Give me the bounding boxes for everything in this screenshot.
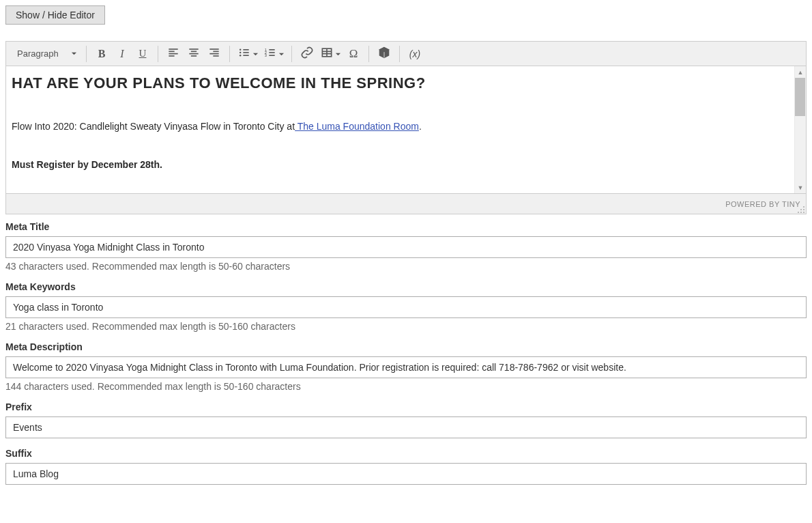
chevron-down-icon (335, 48, 341, 59)
scroll-thumb[interactable] (795, 78, 805, 116)
rich-text-editor: Paragraph B I U (5, 41, 807, 214)
svg-point-12 (239, 49, 241, 51)
align-right-button[interactable] (204, 44, 224, 63)
meta-description-hint: 144 characters used. Recommended max len… (5, 381, 807, 392)
content-body-prefix: Flow Into 2020: Candlelight Sweaty Vinya… (12, 121, 295, 132)
svg-point-34 (798, 212, 799, 213)
omega-icon: Ω (349, 47, 358, 61)
toolbar-separator (399, 46, 400, 62)
format-select[interactable]: Paragraph (13, 46, 81, 61)
toolbar-separator (158, 46, 158, 62)
numbered-list-icon: 123 (263, 46, 277, 61)
content-heading: HAT ARE YOUR PLANS TO WELCOME IN THE SPR… (12, 74, 788, 92)
svg-point-14 (239, 52, 241, 54)
svg-point-33 (800, 212, 802, 213)
meta-title-input[interactable] (5, 236, 807, 258)
align-left-icon (166, 46, 180, 61)
format-select-label: Paragraph (17, 48, 59, 59)
meta-description-input[interactable] (5, 356, 807, 378)
powered-by-label: POWERED BY TINY (725, 200, 800, 208)
bold-button[interactable]: B (91, 44, 112, 63)
prefix-input[interactable] (5, 416, 807, 438)
prefix-label: Prefix (5, 401, 807, 412)
content-link[interactable]: The Luma Foundation Room (295, 121, 419, 132)
scroll-up-arrow[interactable]: ▲ (795, 66, 807, 78)
variable-button[interactable]: (x) (405, 44, 425, 63)
bullet-list-button[interactable] (235, 44, 261, 63)
meta-title-label: Meta Title (5, 221, 807, 232)
meta-description-label: Meta Description (5, 341, 807, 352)
bold-icon: B (98, 48, 106, 60)
link-button[interactable] (297, 44, 317, 63)
toggle-editor-button[interactable]: Show / Hide Editor (5, 5, 105, 25)
table-icon (320, 46, 334, 61)
table-button[interactable] (317, 44, 343, 63)
editor-content-area[interactable]: HAT ARE YOUR PLANS TO WELCOME IN THE SPR… (6, 66, 806, 193)
cube-icon (377, 46, 391, 61)
italic-button[interactable]: I (112, 44, 132, 63)
underline-icon: U (139, 48, 147, 59)
svg-point-29 (803, 206, 804, 208)
suffix-label: Suffix (5, 448, 807, 459)
special-char-button[interactable]: Ω (343, 44, 364, 63)
svg-point-30 (803, 209, 804, 210)
toolbar-separator (229, 46, 230, 62)
suffix-input[interactable] (5, 463, 807, 485)
underline-button[interactable]: U (132, 44, 153, 63)
variable-icon: (x) (409, 48, 420, 59)
meta-title-hint: 43 characters used. Recommended max leng… (5, 261, 807, 272)
svg-point-16 (239, 55, 241, 57)
svg-point-31 (800, 209, 802, 210)
align-left-button[interactable] (163, 44, 184, 63)
toolbar-separator (86, 46, 87, 62)
content-body-suffix: . (419, 121, 422, 132)
content-bold-line: Must Register by December 28th. (12, 159, 788, 170)
widget-button[interactable] (374, 44, 394, 63)
chevron-down-icon (278, 48, 285, 59)
bullet-list-icon (237, 46, 251, 61)
meta-keywords-hint: 21 characters used. Recommended max leng… (5, 321, 807, 332)
toolbar-separator (291, 46, 292, 62)
scroll-down-arrow[interactable]: ▼ (795, 182, 807, 193)
meta-keywords-input[interactable] (5, 296, 807, 318)
align-center-icon (187, 46, 201, 61)
link-icon (300, 46, 314, 61)
toolbar-separator (368, 46, 369, 62)
editor-toolbar: Paragraph B I U (6, 42, 806, 66)
chevron-down-icon (252, 48, 259, 59)
align-right-icon (207, 46, 221, 61)
italic-icon: I (120, 48, 124, 60)
content-body-line: Flow Into 2020: Candlelight Sweaty Vinya… (12, 121, 788, 132)
scrollbar[interactable]: ▲ ▼ (794, 66, 806, 193)
svg-text:3: 3 (264, 53, 266, 57)
chevron-down-icon (71, 48, 77, 59)
numbered-list-button[interactable]: 123 (261, 44, 287, 63)
align-center-button[interactable] (184, 44, 204, 63)
svg-point-32 (803, 212, 804, 213)
resize-handle[interactable] (797, 205, 805, 213)
meta-keywords-label: Meta Keywords (5, 281, 807, 292)
editor-statusbar: POWERED BY TINY (6, 193, 806, 214)
